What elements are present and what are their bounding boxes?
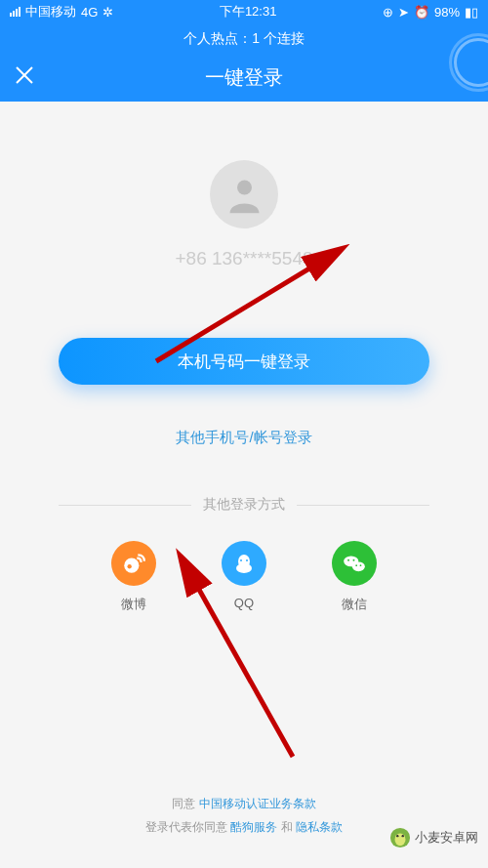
svg-point-22 [402,835,404,837]
cmcc-terms-link[interactable]: 中国移动认证业务条款 [199,797,316,810]
watermark-text: 小麦安卓网 [415,829,478,847]
network-label: 4G [81,5,98,20]
battery-percent: 98% [434,5,460,20]
svg-point-20 [395,833,406,846]
svg-point-4 [127,564,131,568]
svg-point-21 [396,835,398,837]
person-icon [223,173,266,217]
svg-point-12 [353,559,355,561]
wechat-label: 微信 [342,596,367,613]
status-time: 下午12:31 [220,3,277,21]
terms-line-1: 同意 中国移动认证业务条款 [0,792,488,815]
avatar-placeholder [210,160,278,228]
close-icon [15,65,34,85]
svg-point-8 [246,559,248,561]
status-left: 中国移动 4G ✲ [10,3,113,21]
social-row: 微博 QQ 微信 [59,541,429,613]
watermark-icon [389,827,411,848]
location-icon: ➤ [398,5,409,20]
qq-icon [222,541,266,586]
primary-login-button[interactable]: 本机号码一键登录 [59,338,429,385]
content-area: +86 136****5548 本机号码一键登录 其他手机号/帐号登录 其他登录… [0,102,488,613]
divider-label: 其他登录方式 [191,496,297,514]
svg-point-13 [356,564,358,566]
title-bar: 一键登录 [0,53,488,102]
social-weibo-button[interactable]: 微博 [111,541,156,613]
svg-point-6 [236,563,252,573]
wechat-icon [332,541,377,586]
status-right: ⊕ ➤ ⏰ 98% ▮▯ [383,5,478,20]
weibo-label: 微博 [121,596,146,613]
privacy-terms-link[interactable]: 隐私条款 [296,820,343,834]
carrier-label: 中国移动 [25,3,76,21]
svg-point-2 [237,180,252,194]
page-title: 一键登录 [205,64,283,91]
decorative-circles [454,38,488,87]
qq-label: QQ [234,596,254,610]
other-login-link[interactable]: 其他手机号/帐号登录 [0,429,488,447]
lock-icon: ⊕ [383,5,393,20]
weibo-icon [111,541,156,586]
svg-point-11 [347,559,349,561]
social-wechat-button[interactable]: 微信 [332,541,377,613]
phone-number: +86 136****5548 [0,248,488,269]
activity-icon: ✲ [102,5,113,20]
alarm-icon: ⏰ [414,5,429,20]
svg-point-3 [124,558,139,573]
terms-prefix-2: 登录代表你同意 [145,820,227,834]
service-terms-link[interactable]: 酷狗服务 [230,820,277,834]
hotspot-bar[interactable]: 个人热点：1 个连接 [0,23,488,53]
signal-icon [10,7,20,17]
other-methods-section: 其他登录方式 微博 QQ 微信 [0,496,488,613]
close-button[interactable] [15,63,34,91]
terms-prefix-1: 同意 [172,797,195,810]
social-qq-button[interactable]: QQ [222,541,266,613]
battery-icon: ▮▯ [465,5,478,20]
terms-and: 和 [281,820,293,834]
watermark: 小麦安卓网 [389,827,478,848]
status-bar: 中国移动 4G ✲ 下午12:31 ⊕ ➤ ⏰ 98% ▮▯ [0,0,488,23]
divider: 其他登录方式 [59,496,429,514]
svg-point-10 [352,561,365,571]
svg-point-14 [360,564,362,566]
svg-point-7 [240,559,242,561]
